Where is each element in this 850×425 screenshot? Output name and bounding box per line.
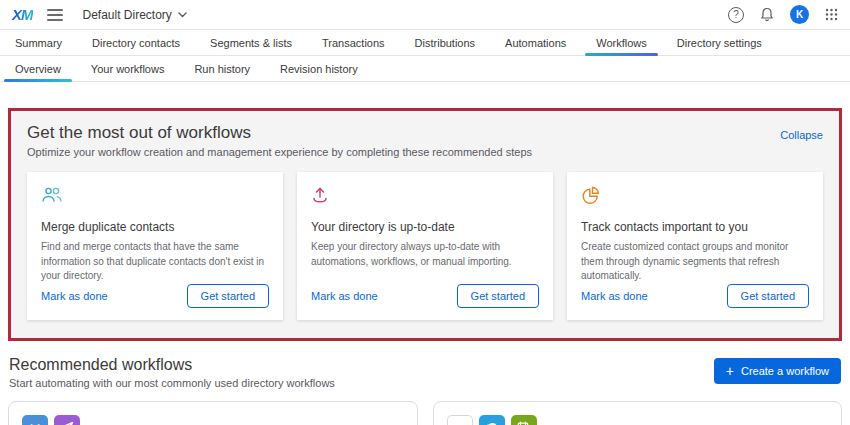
onboarding-card-merge-duplicates: Merge duplicate contacts Find and merge … <box>27 172 283 320</box>
salesforce-cloud-icon <box>479 415 505 425</box>
tab-distributions[interactable]: Distributions <box>400 30 491 55</box>
recommended-subtitle: Start automating with our most commonly … <box>9 377 335 389</box>
tab-workflows[interactable]: Workflows <box>581 30 662 55</box>
workflow-card-xm-salesforce[interactable]: XM <box>433 401 843 425</box>
tab-automations[interactable]: Automations <box>490 30 581 55</box>
onboarding-title: Get the most out of workflows <box>27 123 532 143</box>
chevron-down-icon <box>178 12 187 18</box>
upload-icon <box>311 186 329 204</box>
onboarding-heading: Get the most out of workflows Optimize y… <box>27 123 532 158</box>
card-title: Your directory is up-to-date <box>311 220 539 234</box>
top-bar: XM Default Directory ? K <box>0 0 850 30</box>
xm-icon: XM <box>447 415 473 425</box>
tab-overview[interactable]: Overview <box>0 56 76 81</box>
directory-selector-label: Default Directory <box>83 8 172 22</box>
primary-nav: Summary Directory contacts Segments & li… <box>0 30 850 56</box>
tab-segments-lists[interactable]: Segments & lists <box>195 30 307 55</box>
tab-summary[interactable]: Summary <box>0 30 77 55</box>
help-icon[interactable]: ? <box>728 7 744 23</box>
card-description: Create customized contact groups and mon… <box>581 240 809 284</box>
recommended-heading: Recommended workflows Start automating w… <box>9 356 335 389</box>
duplicate-contacts-icon <box>41 186 63 203</box>
create-workflow-label: Create a workflow <box>741 365 829 377</box>
mark-as-done-link[interactable]: Mark as done <box>311 290 378 302</box>
user-avatar[interactable]: K <box>790 5 809 24</box>
tab-run-history[interactable]: Run history <box>179 56 265 81</box>
tab-transactions[interactable]: Transactions <box>307 30 400 55</box>
hamburger-menu-icon[interactable] <box>47 9 63 21</box>
tab-revision-history[interactable]: Revision history <box>265 56 373 81</box>
pie-chart-icon <box>581 186 600 205</box>
xm-logo: XM <box>12 6 33 23</box>
tab-directory-settings[interactable]: Directory settings <box>662 30 777 55</box>
get-started-button[interactable]: Get started <box>187 284 269 308</box>
workflow-card-code-send[interactable]: {a} <box>8 401 418 425</box>
tab-directory-contacts[interactable]: Directory contacts <box>77 30 195 55</box>
calendar-clock-icon <box>511 415 537 425</box>
secondary-nav: Overview Your workflows Run history Revi… <box>0 56 850 82</box>
collapse-link[interactable]: Collapse <box>780 129 823 141</box>
get-started-button[interactable]: Get started <box>457 284 539 308</box>
card-title: Merge duplicate contacts <box>41 220 269 234</box>
onboarding-card-directory-up-to-date: Your directory is up-to-date Keep your d… <box>297 172 553 320</box>
app-grid-icon[interactable] <box>825 8 838 21</box>
mark-as-done-link[interactable]: Mark as done <box>41 290 108 302</box>
tab-your-workflows[interactable]: Your workflows <box>76 56 180 81</box>
recommended-title: Recommended workflows <box>9 356 335 374</box>
paper-plane-icon <box>54 415 80 425</box>
plus-icon: + <box>726 366 734 376</box>
create-workflow-button[interactable]: + Create a workflow <box>714 358 841 384</box>
onboarding-banner: Get the most out of workflows Optimize y… <box>8 108 842 341</box>
card-description: Find and merge contacts that have the sa… <box>41 240 269 284</box>
mark-as-done-link[interactable]: Mark as done <box>581 290 648 302</box>
card-title: Track contacts important to you <box>581 220 809 234</box>
directory-selector[interactable]: Default Directory <box>83 8 187 22</box>
get-started-button[interactable]: Get started <box>727 284 809 308</box>
code-braces-icon: {a} <box>22 415 48 425</box>
onboarding-card-track-contacts: Track contacts important to you Create c… <box>567 172 823 320</box>
card-description: Keep your directory always up-to-date wi… <box>311 240 539 269</box>
bell-icon[interactable] <box>760 7 774 22</box>
onboarding-subtitle: Optimize your workflow creation and mana… <box>27 146 532 158</box>
